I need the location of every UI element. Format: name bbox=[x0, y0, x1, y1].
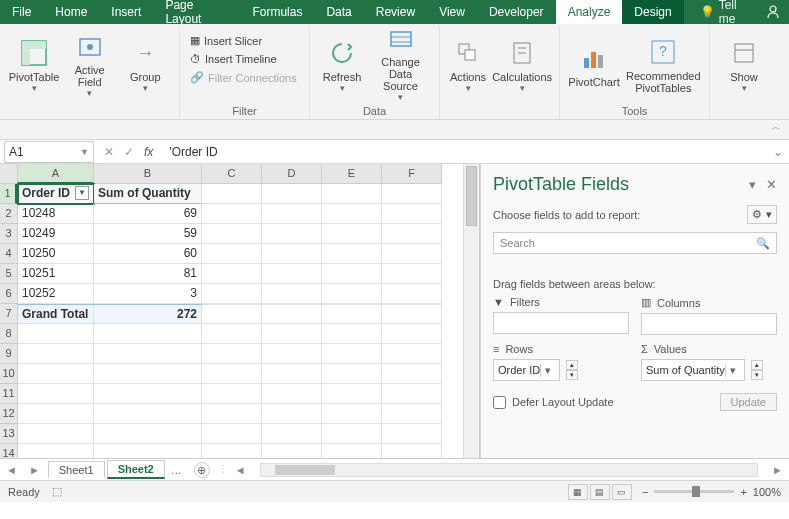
cell-e11[interactable] bbox=[322, 384, 382, 404]
cell-f7[interactable] bbox=[382, 304, 442, 324]
cell-d10[interactable] bbox=[262, 364, 322, 384]
cell-c4[interactable] bbox=[202, 244, 262, 264]
cell-c12[interactable] bbox=[202, 404, 262, 424]
tab-formulas[interactable]: Formulas bbox=[240, 0, 314, 24]
pivotchart-button[interactable]: PivotChart bbox=[566, 30, 622, 100]
tab-design[interactable]: Design bbox=[622, 0, 683, 24]
row-header-4[interactable]: 4 bbox=[0, 244, 17, 264]
panel-tools-button[interactable]: ⚙▾ bbox=[747, 205, 777, 224]
cell-b5[interactable]: 81 bbox=[94, 264, 202, 284]
add-sheet-button[interactable]: ⊕ bbox=[194, 462, 210, 478]
zoom-level-label[interactable]: 100% bbox=[753, 486, 781, 498]
cell-f9[interactable] bbox=[382, 344, 442, 364]
zoom-slider[interactable] bbox=[654, 490, 734, 493]
cell-d11[interactable] bbox=[262, 384, 322, 404]
tab-file[interactable]: File bbox=[0, 0, 43, 24]
actions-button[interactable]: Actions bbox=[446, 30, 490, 100]
name-box[interactable]: A1 ▼ bbox=[4, 141, 94, 163]
cell-b13[interactable] bbox=[94, 424, 202, 444]
cell-f12[interactable] bbox=[382, 404, 442, 424]
row-header-7[interactable]: 7 bbox=[0, 304, 17, 324]
chevron-down-icon[interactable]: ▾ bbox=[725, 364, 740, 377]
page-layout-view-button[interactable]: ▤ bbox=[590, 484, 610, 500]
cell-a3[interactable]: 10249 bbox=[18, 224, 94, 244]
insert-slicer-button[interactable]: ▦Insert Slicer bbox=[186, 32, 303, 49]
cell-a14[interactable] bbox=[18, 444, 94, 458]
col-header-e[interactable]: E bbox=[322, 164, 382, 184]
cell-a7[interactable]: Grand Total bbox=[18, 304, 94, 324]
tab-insert[interactable]: Insert bbox=[99, 0, 153, 24]
cell-c7[interactable] bbox=[202, 304, 262, 324]
zoom-in-button[interactable]: + bbox=[740, 486, 746, 498]
tab-view[interactable]: View bbox=[427, 0, 477, 24]
cell-d1[interactable] bbox=[262, 184, 322, 204]
cell-e14[interactable] bbox=[322, 444, 382, 458]
cell-f13[interactable] bbox=[382, 424, 442, 444]
tab-data[interactable]: Data bbox=[314, 0, 363, 24]
change-data-source-button[interactable]: Change Data Source bbox=[368, 30, 433, 100]
horizontal-scrollbar[interactable] bbox=[260, 463, 758, 477]
col-header-a[interactable]: A bbox=[18, 164, 94, 184]
col-header-c[interactable]: C bbox=[202, 164, 262, 184]
cell-c8[interactable] bbox=[202, 324, 262, 344]
vertical-scroll-thumb[interactable] bbox=[466, 166, 477, 226]
cell-e8[interactable] bbox=[322, 324, 382, 344]
pivot-row-filter-button[interactable]: ▼ bbox=[75, 186, 89, 200]
zoom-thumb[interactable] bbox=[692, 486, 700, 497]
sheet-nav-next[interactable]: ► bbox=[23, 464, 46, 476]
cell-f11[interactable] bbox=[382, 384, 442, 404]
vertical-scrollbar[interactable] bbox=[463, 164, 479, 458]
cell-c13[interactable] bbox=[202, 424, 262, 444]
rows-field-item[interactable]: Order ID▾ bbox=[493, 359, 560, 381]
cell-b1[interactable]: Sum of Quantity bbox=[94, 184, 202, 204]
cell-b14[interactable] bbox=[94, 444, 202, 458]
cell-f4[interactable] bbox=[382, 244, 442, 264]
cell-a9[interactable] bbox=[18, 344, 94, 364]
show-button[interactable]: Show bbox=[716, 30, 772, 100]
cell-e2[interactable] bbox=[322, 204, 382, 224]
cell-d6[interactable] bbox=[262, 284, 322, 304]
col-header-d[interactable]: D bbox=[262, 164, 322, 184]
cell-f14[interactable] bbox=[382, 444, 442, 458]
panel-options-dropdown[interactable]: ▾ bbox=[749, 177, 756, 192]
update-button[interactable]: Update bbox=[720, 393, 777, 411]
horizontal-scroll-thumb[interactable] bbox=[275, 465, 335, 475]
columns-drop-area[interactable] bbox=[641, 313, 777, 335]
cell-b12[interactable] bbox=[94, 404, 202, 424]
cell-f6[interactable] bbox=[382, 284, 442, 304]
tell-me[interactable]: 💡 Tell me bbox=[688, 0, 765, 24]
pivottable-button[interactable]: PivotTable bbox=[6, 30, 62, 100]
tab-analyze[interactable]: Analyze bbox=[556, 0, 623, 24]
cell-e9[interactable] bbox=[322, 344, 382, 364]
cell-f2[interactable] bbox=[382, 204, 442, 224]
cell-a12[interactable] bbox=[18, 404, 94, 424]
cell-b8[interactable] bbox=[94, 324, 202, 344]
refresh-button[interactable]: Refresh bbox=[316, 30, 368, 100]
calculations-button[interactable]: Calculations bbox=[490, 30, 554, 100]
cell-a6[interactable]: 10252 bbox=[18, 284, 94, 304]
cell-d12[interactable] bbox=[262, 404, 322, 424]
cell-a13[interactable] bbox=[18, 424, 94, 444]
group-button[interactable]: → Group bbox=[118, 30, 174, 100]
sheet-tab-sheet2[interactable]: Sheet2 bbox=[107, 460, 165, 479]
cell-e6[interactable] bbox=[322, 284, 382, 304]
row-header-5[interactable]: 5 bbox=[0, 264, 17, 284]
cell-e12[interactable] bbox=[322, 404, 382, 424]
cell-a11[interactable] bbox=[18, 384, 94, 404]
values-order-spinner[interactable]: ▴▾ bbox=[751, 360, 763, 380]
filter-connections-button[interactable]: 🔗Filter Connections bbox=[186, 69, 303, 86]
sheet-tabs-more[interactable]: … bbox=[165, 464, 188, 476]
cell-d4[interactable] bbox=[262, 244, 322, 264]
active-field-button[interactable]: Active Field bbox=[62, 30, 118, 100]
cell-b9[interactable] bbox=[94, 344, 202, 364]
cell-e13[interactable] bbox=[322, 424, 382, 444]
row-header-14[interactable]: 14 bbox=[0, 444, 17, 458]
cell-c11[interactable] bbox=[202, 384, 262, 404]
cell-f5[interactable] bbox=[382, 264, 442, 284]
cell-e7[interactable] bbox=[322, 304, 382, 324]
row-header-6[interactable]: 6 bbox=[0, 284, 17, 304]
cell-b10[interactable] bbox=[94, 364, 202, 384]
macro-record-icon[interactable]: ⬚ bbox=[52, 485, 62, 498]
cell-b11[interactable] bbox=[94, 384, 202, 404]
col-header-f[interactable]: F bbox=[382, 164, 442, 184]
